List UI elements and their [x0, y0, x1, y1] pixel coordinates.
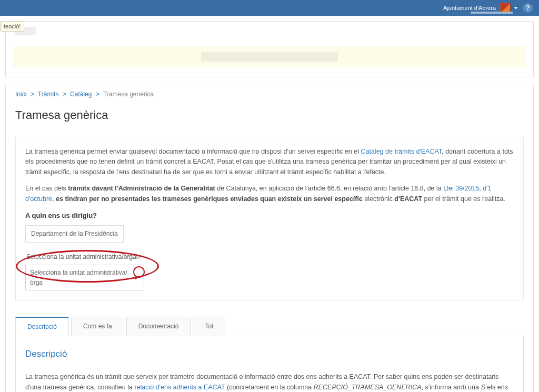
breadcrumb-panel: [5, 21, 534, 77]
chevron-down-icon: [132, 274, 139, 282]
desc-s: S: [481, 384, 485, 391]
breadcrumb-cataleg[interactable]: Catàleg: [70, 91, 92, 98]
tab-tot[interactable]: Tot: [193, 317, 225, 336]
attention-tooltip-text: tenció!: [4, 23, 21, 29]
intro-p2-b: de Catalunya, en aplicació de l'article …: [215, 185, 444, 192]
intro-p1: La tramesa genèrica permet enviar qualse…: [25, 147, 514, 177]
intro-p2-d: electrònic: [363, 195, 394, 203]
notice-bar: [13, 46, 526, 67]
recipient-field[interactable]: Departament de la Presidència: [25, 225, 124, 243]
breadcrumb-sep: >: [31, 91, 34, 98]
unit-select-label: Selecciona la unitat administrativa/òrga…: [26, 252, 514, 262]
top-bar: Ajuntament d'Abrera ?: [0, 0, 539, 16]
tab-com-es-fa[interactable]: Com es fa: [71, 317, 124, 336]
attention-tooltip: tenció!: [0, 21, 24, 32]
tab-content-descripcio: Descripció La tramesa genèrica és un trà…: [15, 336, 524, 392]
intro-p2: En el cas dels tràmits davant l'Administ…: [25, 184, 514, 204]
intro-p2-e: per el tràmit que es realitza.: [422, 195, 505, 203]
intro-p2-s1: tràmits davant l'Administració de la Gen…: [68, 185, 215, 192]
breadcrumb-sep: >: [63, 91, 66, 98]
unit-select-placeholder: Selecciona la unitat administrativa/òrga: [30, 268, 132, 287]
notice-placeholder: [201, 52, 338, 62]
section-heading-descripcio: Descripció: [25, 349, 514, 359]
breadcrumb-sep: >: [96, 91, 99, 98]
intro-p2-s3: d'EACAT: [394, 195, 422, 203]
intro-block: La tramesa genèrica permet enviar qualse…: [15, 137, 524, 300]
page-title: Tramesa genèrica: [6, 98, 533, 127]
descripcio-body: La tramesa genèrica és un tràmit que ser…: [25, 372, 514, 392]
unit-select[interactable]: Selecciona la unitat administrativa/òrga: [25, 265, 144, 290]
tabs: Descripció Com es fa Documentació Tot: [15, 316, 524, 336]
desc-c: , s'informa amb una: [422, 384, 481, 391]
breadcrumb-current: Tramesa genèrica: [103, 91, 154, 98]
intro-p2-s2: es tindran per no presentades les trames…: [56, 195, 363, 203]
link-cataleg-tramits[interactable]: Catàleg de tràmits d'EACAT: [361, 148, 442, 155]
breadcrumb-inici[interactable]: Inici: [15, 91, 26, 98]
intro-p2-a: En el cas dels: [25, 185, 68, 192]
desc-column-name: RECEPCIÓ_TRAMESA_GENERICA: [314, 384, 422, 391]
tab-documentacio[interactable]: Documentació: [126, 317, 191, 336]
breadcrumb-tramits[interactable]: Tràmits: [38, 91, 59, 98]
tab-descripcio[interactable]: Descripció: [15, 317, 69, 336]
intro-p2-c: ,: [52, 195, 56, 203]
breadcrumb: Inici > Tràmits > Catàleg > Tramesa genè…: [6, 85, 533, 98]
desc-b: (concretament en la columna: [225, 384, 314, 391]
intro-p1-text-a: La tramesa genèrica permet enviar qualse…: [25, 148, 361, 155]
search-bar-placeholder: [471, 12, 513, 14]
recipient-question: A quin ens us dirigiu?: [25, 210, 514, 221]
main-panel: Inici > Tràmits > Catàleg > Tramesa genè…: [5, 85, 534, 392]
link-relacio-ens[interactable]: relació d'ens adherits a EACAT: [134, 384, 225, 391]
help-icon[interactable]: ?: [523, 3, 533, 13]
